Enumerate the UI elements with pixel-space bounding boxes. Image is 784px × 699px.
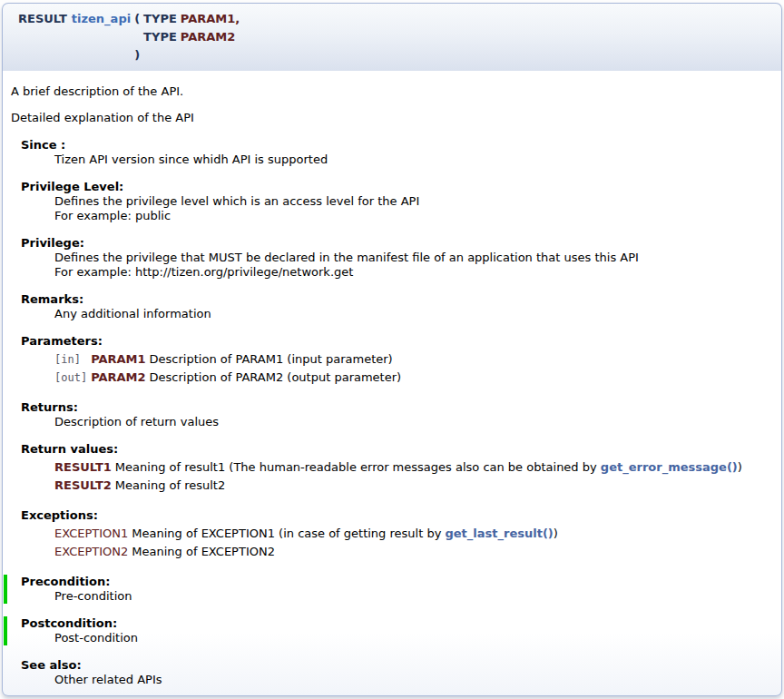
section-see-also: See also: Other related APIs [21,658,774,687]
section-precondition: Precondition: Pre-condition [4,575,774,604]
exception-description: Meaning of EXCEPTION1 (in case of gettin… [132,526,562,542]
page: RESULTtizen_api ( TYPE PARAM1, TYPE PARA… [0,0,784,699]
prototype-table: RESULTtizen_api ( TYPE PARAM1, TYPE PARA… [15,10,243,64]
section-parameters: Parameters: [in] PARAM1 Description of P… [21,334,774,388]
section-return-values: Return values: RESULT1 Meaning of result… [21,442,774,496]
brief-description: A brief description of the API. [11,84,774,99]
section-postcondition: Postcondition: Post-condition [4,616,774,645]
section-text: For example: public [54,209,774,223]
prototype-row: RESULTtizen_api ( TYPE PARAM1, [18,10,240,28]
section-title: Returns: [21,400,774,415]
get-error-message-link[interactable]: get_error_message() [601,460,738,474]
section-title: Since : [21,138,774,153]
section-exceptions: Exceptions: EXCEPTION1 Meaning of EXCEPT… [21,508,774,562]
param-direction: [in] [54,351,91,368]
function-name-cell: RESULTtizen_api [18,10,131,28]
open-paren: ( [134,10,140,28]
parameter-row: [in] PARAM1 Description of PARAM1 (input… [54,351,405,368]
return-value-description: Meaning of result1 (The human-readable e… [115,459,746,476]
section-text: Any additional information [54,307,774,321]
param-description: Description of PARAM2 (output parameter) [150,369,406,386]
close-paren: ) [134,46,140,64]
param-name: PARAM1 [91,351,149,368]
section-privilege: Privilege: Defines the privilege that MU… [21,236,774,280]
exception-row: EXCEPTION1 Meaning of EXCEPTION1 (in cas… [54,526,562,542]
section-title: Exceptions: [21,508,774,523]
param-direction: [out] [54,369,91,386]
exception-name: EXCEPTION2 [54,544,132,560]
return-value-description: Meaning of result2 [115,477,746,494]
param-description: Description of PARAM1 (input parameter) [150,351,406,368]
section-text: Description of return values [54,415,774,429]
section-title: See also: [21,658,774,673]
exceptions-table: EXCEPTION1 Meaning of EXCEPTION1 (in cas… [54,524,562,562]
section-title: Privilege: [21,236,774,251]
param-name: PARAM2 [91,369,149,386]
param-type: TYPE [143,28,177,46]
parameter-row: [out] PARAM2 Description of PARAM2 (outp… [54,369,405,386]
function-name-link[interactable]: tizen_api [72,12,131,25]
return-type: RESULT [18,12,67,25]
prototype-row: ) [18,46,240,64]
param-name: PARAM2 [181,28,240,46]
return-value-name: RESULT1 [54,459,115,476]
function-prototype: RESULTtizen_api ( TYPE PARAM1, TYPE PARA… [2,3,782,71]
section-privilege-level: Privilege Level: Defines the privilege l… [21,180,774,223]
section-text: Tizen API version since whidh API is sup… [54,153,774,167]
section-title: Remarks: [21,292,774,307]
exception-row: EXCEPTION2 Meaning of EXCEPTION2 [54,544,562,560]
return-value-row: RESULT2 Meaning of result2 [54,477,746,494]
prototype-row: TYPE PARAM2 [18,28,240,46]
section-title: Parameters: [21,334,774,349]
function-documentation: A brief description of the API. Detailed… [2,71,782,696]
parameters-table: [in] PARAM1 Description of PARAM1 (input… [54,350,405,388]
section-since: Since : Tizen API version since whidh AP… [21,138,774,167]
section-title: Postcondition: [21,616,774,631]
section-title: Precondition: [21,575,774,589]
exception-name: EXCEPTION1 [54,526,132,542]
section-text: Post-condition [54,631,774,645]
section-remarks: Remarks: Any additional information [21,292,774,321]
section-title: Return values: [21,442,774,457]
exception-description: Meaning of EXCEPTION2 [132,544,562,560]
section-text: Defines the privilege level which is an … [54,194,774,209]
api-doc-card: RESULTtizen_api ( TYPE PARAM1, TYPE PARA… [2,3,782,696]
param-name: PARAM1, [181,10,240,28]
section-returns: Returns: Description of return values [21,400,774,429]
param-type: TYPE [143,10,177,28]
return-value-row: RESULT1 Meaning of result1 (The human-re… [54,459,746,476]
get-last-result-link[interactable]: get_last_result() [445,527,553,540]
section-text: For example: http://tizen.org/privilege/… [54,265,774,280]
section-text: Other related APIs [54,673,774,687]
return-value-name: RESULT2 [54,477,115,494]
return-values-table: RESULT1 Meaning of result1 (The human-re… [54,458,746,496]
section-title: Privilege Level: [21,180,774,194]
section-text: Defines the privilege that MUST be decla… [54,251,774,265]
section-text: Pre-condition [54,589,774,604]
detailed-description: Detailed explanation of the API [11,111,774,125]
